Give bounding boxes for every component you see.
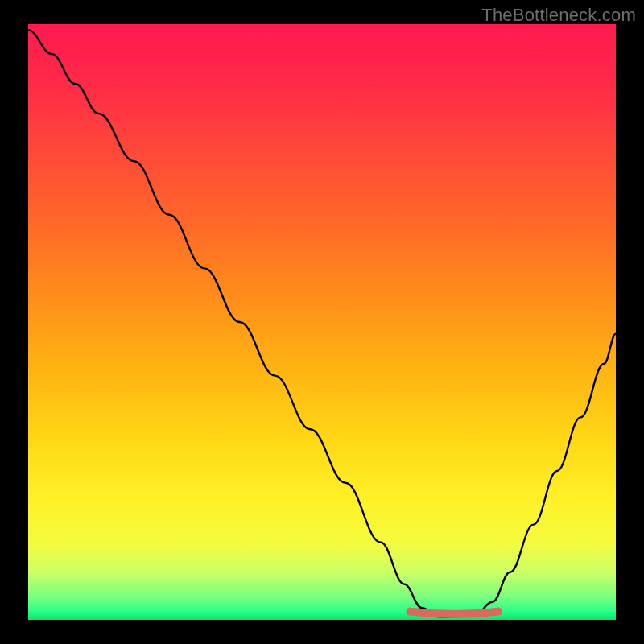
chart-frame: TheBottleneck.com (0, 0, 644, 644)
chart-svg (28, 24, 616, 620)
plot-area (28, 24, 616, 620)
optimum-marker-band (411, 612, 499, 615)
watermark-text: TheBottleneck.com (481, 5, 636, 26)
